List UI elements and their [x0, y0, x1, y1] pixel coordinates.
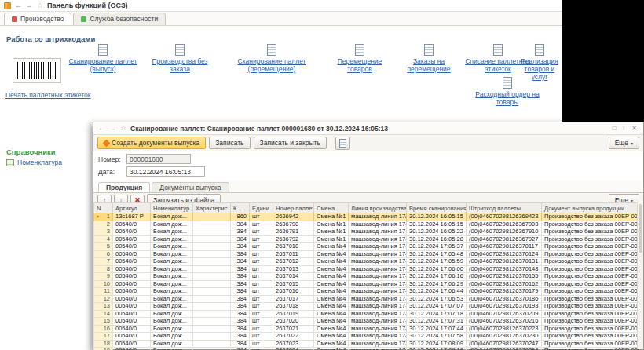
table-cell[interactable]: Производство без заказа 00ЕР-005055 от 3… — [542, 213, 639, 221]
table-cell[interactable]: Смена №4 — [314, 243, 349, 251]
table-cell[interactable]: 384 — [231, 303, 250, 311]
table-cell[interactable]: (00)046070298126370124 — [467, 250, 542, 258]
table-cell[interactable]: Смена №4 — [314, 310, 349, 318]
table-cell[interactable]: 2637014 — [273, 273, 314, 281]
table-cell[interactable] — [193, 318, 231, 326]
table-cell[interactable]: 30.12.2024 17:08:09 — [407, 340, 467, 348]
table-cell[interactable]: шт — [250, 235, 273, 243]
table-cell[interactable]: Бокал дож... — [151, 243, 193, 251]
table-cell[interactable]: 2636791 — [273, 228, 314, 236]
table-cell[interactable]: Бокал дож... — [151, 280, 193, 288]
table-cell[interactable]: Смена №4 — [314, 333, 349, 341]
table-cell[interactable]: Бокал дож... — [151, 295, 193, 303]
column-header[interactable]: N — [94, 203, 113, 213]
table-cell[interactable] — [193, 280, 231, 288]
table-cell[interactable]: машзавод-линия 17-1 — [349, 325, 407, 333]
back-icon[interactable]: ← — [15, 2, 22, 9]
table-cell[interactable] — [193, 235, 231, 243]
table-cell[interactable]: Смена №4 — [314, 348, 349, 350]
table-row[interactable]: 1000540/0Бокал дож...384шт2637015Смена №… — [94, 280, 639, 288]
table-cell[interactable]: 4 — [94, 235, 113, 243]
column-header[interactable]: Документ выпуска продукции — [542, 203, 639, 213]
table-cell[interactable]: 2636942 — [273, 213, 314, 221]
table-cell[interactable]: Бокал дож... — [151, 303, 193, 311]
table-cell[interactable]: (00)046070298126370155 — [467, 273, 542, 281]
table-cell[interactable]: 384 — [231, 340, 250, 348]
table-cell[interactable]: 30.12.2024 17:06:29 — [407, 280, 467, 288]
table-cell[interactable]: 10 — [94, 280, 113, 288]
table-cell[interactable]: Смена №1 — [314, 221, 349, 228]
create-release-documents-button[interactable]: Создать документы выпуска — [97, 137, 206, 149]
link-nomenclature[interactable]: Номенклатура — [17, 159, 62, 166]
favorites-star-icon[interactable]: ☆ — [37, 2, 43, 9]
table-cell[interactable]: 30.12.2024 17:07:58 — [407, 333, 467, 341]
main-menu-icon[interactable] — [4, 2, 11, 9]
table-cell[interactable]: Производство без заказа 00ЕР-005064 от 3… — [542, 243, 639, 251]
table-cell[interactable]: 00540/0 — [113, 221, 151, 228]
table-cell[interactable]: 13 — [94, 303, 113, 311]
table-cell[interactable] — [193, 221, 231, 228]
table-cell[interactable]: 384 — [231, 250, 250, 258]
table-cell[interactable]: 30.12.2024 17:07:31 — [407, 318, 467, 326]
table-cell[interactable]: 1 — [94, 213, 113, 221]
table-cell[interactable] — [193, 273, 231, 281]
table-cell[interactable]: 00540/0 — [113, 340, 151, 348]
table-row[interactable]: 1200540/0Бокал дож...384шт2637017Смена №… — [94, 295, 639, 303]
tab-security[interactable]: Служба безопасности — [73, 13, 166, 25]
table-cell[interactable]: (00)046070298126370254 — [467, 348, 542, 350]
table-cell[interactable]: Смена №4 — [314, 318, 349, 326]
panel-link-scan-pallets-move[interactable]: Сканирование паллет (перемещение) — [220, 44, 324, 75]
table-cell[interactable]: шт — [250, 221, 273, 228]
more-actions-button[interactable]: Еще ▾ — [609, 137, 639, 149]
table-cell[interactable]: шт — [250, 325, 273, 333]
table-cell[interactable]: Смена №4 — [314, 325, 349, 333]
table-cell[interactable] — [193, 340, 231, 348]
table-cell[interactable]: машзавод-линия 17-1 — [349, 221, 407, 228]
table-cell[interactable]: шт — [250, 310, 273, 318]
table-cell[interactable]: машзавод-линия 17-1 — [349, 303, 407, 311]
table-cell[interactable]: шт — [250, 348, 273, 350]
link-print-pallet-labels[interactable]: Печать паллетных этикеток — [5, 91, 101, 99]
table-cell[interactable]: 3 — [94, 228, 113, 236]
table-cell[interactable]: Бокал дож... — [151, 221, 193, 228]
table-cell[interactable]: 384 — [231, 318, 250, 326]
table-cell[interactable]: Производство без заказа 00ЕР-005064 от 3… — [542, 318, 639, 326]
column-header[interactable]: Штрихкод паллеты — [467, 203, 542, 213]
table-row[interactable]: 1900540/0Бокал дож...384шт2637024Смена №… — [94, 348, 639, 350]
table-cell[interactable]: Производство без заказа 00ЕР-005064 от 3… — [542, 340, 639, 348]
table-cell[interactable]: (00)046070298126370186 — [467, 295, 542, 303]
table-cell[interactable]: Смена №4 — [314, 340, 349, 348]
table-cell[interactable]: 00540/0 — [113, 265, 151, 273]
table-cell[interactable]: 13с1687 Р — [113, 213, 151, 221]
table-cell[interactable]: 2637023 — [273, 340, 314, 348]
table-cell[interactable]: 384 — [231, 265, 250, 273]
table-cell[interactable]: (00)046070298126367910 — [467, 228, 542, 236]
table-cell[interactable]: 30.12.2024 16:05:15 — [407, 221, 467, 228]
table-cell[interactable]: 2637020 — [273, 318, 314, 326]
tab-products[interactable]: Продукция — [98, 182, 150, 192]
table-row[interactable]: 900540/0Бокал дож...384шт2637014Смена №4… — [94, 273, 639, 281]
table-cell[interactable]: 00540/0 — [113, 280, 151, 288]
table-cell[interactable]: 00540/0 — [113, 295, 151, 303]
table-cell[interactable]: машзавод-линия 17-1 — [349, 235, 407, 243]
table-cell[interactable]: машзавод-линия 17-1 — [349, 265, 407, 273]
table-cell[interactable]: (00)046070298126369423 — [467, 213, 542, 221]
table-cell[interactable]: машзавод-линия 17/2 — [349, 213, 407, 221]
table-cell[interactable]: Смена №1 — [314, 228, 349, 236]
table-cell[interactable]: 384 — [231, 243, 250, 251]
table-cell[interactable]: 00540/0 — [113, 250, 151, 258]
table-cell[interactable]: 2637017 — [273, 295, 314, 303]
table-cell[interactable]: 2637012 — [273, 258, 314, 266]
table-cell[interactable]: 384 — [231, 310, 250, 318]
table-cell[interactable]: 30.12.2024 17:07:07 — [407, 303, 467, 311]
table-cell[interactable]: Бокал дож... — [151, 273, 193, 281]
table-cell[interactable]: (00)046070298126370162 — [467, 280, 542, 288]
table-cell[interactable]: 30.12.2024 17:05:59 — [407, 258, 467, 266]
table-cell[interactable]: Производство без заказа 00ЕР-005064 от 3… — [542, 303, 639, 311]
table-row[interactable]: 1600540/0Бокал дож...384шт2637021Смена №… — [94, 325, 639, 333]
table-cell[interactable]: Производство без заказа 00ЕР-005064 от 3… — [542, 348, 639, 350]
table-cell[interactable]: 8 — [94, 265, 113, 273]
tab-production[interactable]: Производство — [4, 13, 71, 25]
scrollbar-thumb[interactable] — [639, 204, 642, 253]
panel-link-production-without-order[interactable]: Производства без заказа — [145, 44, 215, 75]
